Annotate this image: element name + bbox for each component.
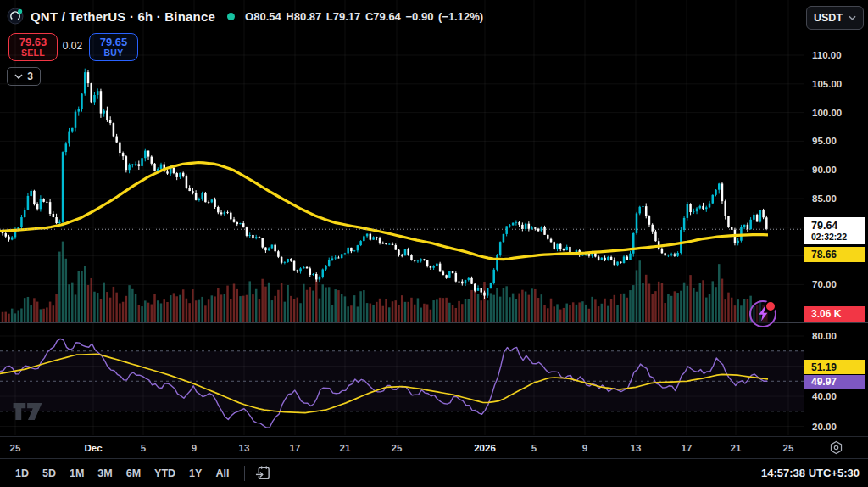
price-tick: 90.00 (812, 165, 837, 175)
gear-icon (829, 440, 843, 455)
notification-badge (765, 300, 776, 312)
time-tick: Dec (84, 443, 102, 453)
time-tick: 21 (731, 443, 742, 453)
time-tick: 9 (192, 443, 197, 453)
volume-label: 3.06 K (804, 306, 865, 322)
sell-label: SELL (21, 48, 45, 59)
time-tick: 25 (10, 443, 21, 453)
range-button-5d[interactable]: 5D (36, 464, 63, 483)
time-tick: 2026 (474, 443, 496, 453)
time-tick: 13 (631, 443, 642, 453)
time-tick: 13 (239, 443, 250, 453)
range-button-6m[interactable]: 6M (120, 464, 147, 483)
time-axis[interactable]: 25Dec591317212520265913172125 (0, 437, 804, 458)
chevron-down-icon (14, 74, 23, 79)
price-tick: 100.00 (812, 108, 842, 118)
range-button-3m[interactable]: 3M (91, 464, 119, 483)
time-tick: 5 (141, 443, 146, 453)
session-clock[interactable]: 14:57:38 UTC+5:30 (761, 467, 860, 479)
range-button-1d[interactable]: 1D (8, 464, 36, 483)
bar-countdown: 02:32:22 (811, 232, 865, 242)
time-tick: 17 (290, 443, 301, 453)
rsi-ma-label: 51.19 (804, 360, 865, 374)
time-tick: 9 (582, 443, 587, 453)
calendar-icon (255, 465, 271, 481)
market-open-dot-icon[interactable] (227, 13, 235, 20)
last-price-label: 79.64 02:32:22 (804, 217, 865, 244)
axis-settings-button[interactable] (827, 439, 844, 456)
price-tick: 105.00 (812, 79, 842, 89)
chart-canvas[interactable] (0, 0, 804, 437)
chart-svg (0, 0, 804, 437)
price-tick: 95.00 (812, 136, 837, 146)
rsi-value-label: 49.97 (804, 375, 865, 389)
price-tick: 110.00 (812, 50, 842, 60)
time-tick: 5 (531, 443, 537, 453)
instant-order-button[interactable] (749, 300, 776, 327)
bottom-toolbar: 1D5D1M3M6MYTD1YAll 14:57:38 UTC+5:30 (0, 458, 868, 487)
buy-label: BUY (103, 48, 123, 59)
buy-button[interactable]: 79.65 BUY (89, 33, 138, 61)
indicators-count: 3 (27, 70, 33, 82)
time-tick: 17 (682, 443, 693, 453)
trading-chart-app: QNT / TetherUS · 6h · Binance O80.54 H80… (0, 0, 868, 487)
ohlc-values: O80.54 H80.87 L79.17 C79.64 −0.90 (−1.12… (245, 10, 483, 23)
time-tick: 21 (340, 443, 351, 453)
price-axis[interactable]: 110.00105.00100.0095.0090.0085.0070.00 8… (804, 0, 868, 458)
chart-header: QNT / TetherUS · 6h · Binance O80.54 H80… (7, 7, 483, 25)
date-range-buttons: 1D5D1M3M6MYTD1YAll (8, 464, 236, 483)
rsi-tick: 80.00 (812, 331, 837, 341)
ma-price-label: 78.66 (804, 247, 865, 262)
indicators-collapse-button[interactable]: 3 (7, 67, 41, 86)
range-button-all[interactable]: All (209, 464, 236, 483)
range-button-1m[interactable]: 1M (63, 464, 91, 483)
buy-price: 79.65 (100, 36, 128, 48)
symbol-title[interactable]: QNT / TetherUS · 6h · Binance (31, 9, 215, 24)
symbol-logo-icon (7, 8, 24, 25)
price-tick: 70.00 (812, 279, 837, 289)
time-tick: 25 (392, 443, 403, 453)
toolbar-divider (244, 466, 245, 481)
range-button-ytd[interactable]: YTD (147, 464, 182, 483)
last-price-value: 79.64 (811, 220, 865, 232)
rsi-tick: 40.00 (812, 391, 837, 401)
tradingview-logo-icon (12, 402, 44, 424)
price-tick: 85.00 (812, 193, 837, 204)
spread-value: 0.02 (56, 40, 89, 52)
time-tick: 25 (783, 443, 794, 453)
sell-price: 79.63 (19, 36, 47, 48)
range-button-1y[interactable]: 1Y (182, 464, 209, 483)
rsi-tick: 20.00 (812, 422, 837, 432)
pane-separator[interactable] (0, 322, 868, 323)
sell-button[interactable]: 79.63 SELL (8, 33, 58, 61)
go-to-date-button[interactable] (253, 463, 273, 483)
